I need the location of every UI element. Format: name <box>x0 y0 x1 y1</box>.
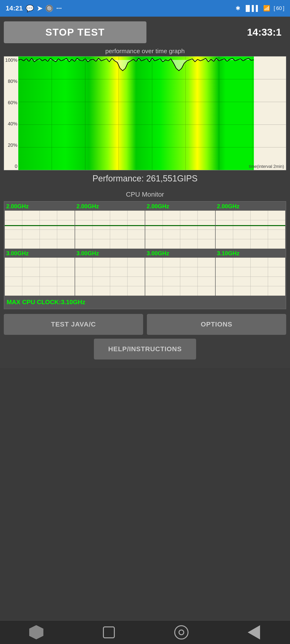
cpu-monitor-title: CPU Monitor <box>4 191 286 198</box>
signal-icon: ▐▌▌▌ <box>244 5 260 12</box>
navigation-icon: ➤ <box>37 4 42 12</box>
cpu-core-6-graph <box>145 258 215 296</box>
cpu-core-3-active-line <box>216 225 285 226</box>
cpu-row-2: 3.00GHz 3.00GHz <box>5 249 285 296</box>
y-label-60: 60% <box>5 100 17 106</box>
max-cpu-text: MAX CPU CLOCK:3.10GHz <box>5 296 285 308</box>
cpu-core-2-label: 2.00GHz <box>145 202 215 211</box>
graph-area: time(interval 2min) <box>18 56 286 170</box>
performance-noise-line <box>18 56 254 85</box>
cpu-core-0: 2.00GHz <box>5 202 75 248</box>
cpu-core-1-active-line <box>75 225 145 226</box>
nav-home-button[interactable] <box>27 623 46 642</box>
nav-recents-button[interactable] <box>99 623 118 642</box>
cpu-core-3: 2.00GHz <box>216 202 285 248</box>
performance-graph-container: performance over time graph 100% 80% 60%… <box>4 48 286 170</box>
cpu-monitor-section: CPU Monitor 2.00GHz <box>4 191 286 309</box>
more-icon: ··· <box>56 4 62 12</box>
cpu-core-3-graph <box>216 211 285 248</box>
home-hexagon-icon <box>29 625 44 640</box>
cpu-core-5-graph <box>75 258 145 296</box>
cpu-core-5-label: 3.00GHz <box>75 249 145 258</box>
graph-y-axis: 100% 80% 60% 40% 20% 0 <box>4 56 18 170</box>
main-content: STOP TEST 14:33:1 performance over time … <box>0 16 290 368</box>
y-label-100: 100% <box>5 58 17 63</box>
graph-title: performance over time graph <box>4 48 286 55</box>
graph-wrapper: 100% 80% 60% 40% 20% 0 <box>4 56 286 170</box>
performance-text: Performance: 261,551GIPS <box>4 174 286 184</box>
cpu-core-4-label: 3.00GHz <box>5 249 75 258</box>
recents-square-icon <box>103 626 115 638</box>
cpu-core-1-graph <box>75 211 145 248</box>
nav-back-button[interactable] <box>244 623 263 642</box>
cpu-core-0-graph <box>5 211 75 248</box>
cpu-core-4: 3.00GHz <box>5 249 75 296</box>
cpu-core-2: 2.00GHz <box>145 202 215 248</box>
cpu-core-5: 3.00GHz <box>75 249 145 296</box>
home-circle-icon <box>174 625 188 640</box>
status-time: 14:21 <box>6 4 23 12</box>
bluetooth-icon: ✱ <box>235 5 240 12</box>
cpu-core-6: 3.00GHz <box>145 249 215 296</box>
y-label-0: 0 <box>5 164 17 169</box>
message-icon: 💬 <box>26 4 34 12</box>
cpu-core-2-active-line <box>145 225 215 226</box>
wifi-icon: 📶 <box>263 5 270 12</box>
y-label-80: 80% <box>5 78 17 84</box>
vpn-icon: 🔘 <box>45 4 54 12</box>
action-button-row: TEST JAVA/C OPTIONS <box>4 314 286 335</box>
top-row: STOP TEST 14:33:1 <box>4 21 286 43</box>
status-bar: 14:21 💬 ➤ 🔘 ··· ✱ ▐▌▌▌ 📶 [60] <box>0 0 290 16</box>
cpu-core-4-graph <box>5 258 75 296</box>
cpu-core-1: 2.00GHz <box>75 202 145 248</box>
nav-home-circle-button[interactable] <box>172 623 191 642</box>
cpu-core-0-label: 2.00GHz <box>5 202 75 211</box>
options-button[interactable]: OPTIONS <box>147 314 286 335</box>
time-label: time(interval 2min) <box>249 164 284 169</box>
status-left: 14:21 💬 ➤ 🔘 ··· <box>6 4 62 12</box>
back-triangle-icon <box>248 625 260 640</box>
cpu-core-2-graph <box>145 211 215 248</box>
test-java-c-button[interactable]: TEST JAVA/C <box>4 314 143 335</box>
cpu-row-1: 2.00GHz 2.00GHz <box>5 202 285 248</box>
y-label-20: 20% <box>5 142 17 148</box>
cpu-grid-container: 2.00GHz 2.00GHz <box>4 201 286 309</box>
help-instructions-button[interactable]: HELP/INSTRUCTIONS <box>94 338 196 360</box>
stop-test-button[interactable]: STOP TEST <box>4 21 146 43</box>
timer-display: 14:33:1 <box>150 26 286 38</box>
cpu-core-0-active-line <box>5 225 75 226</box>
bottom-nav <box>0 620 290 644</box>
y-label-40: 40% <box>5 121 17 126</box>
cpu-core-1-label: 2.00GHz <box>75 202 145 211</box>
cpu-core-7-label: 3.10GHz <box>216 249 285 258</box>
cpu-core-7-graph <box>216 258 285 296</box>
status-right: ✱ ▐▌▌▌ 📶 [60] <box>235 5 284 12</box>
cpu-core-7: 3.10GHz <box>216 249 285 296</box>
cpu-core-3-label: 2.00GHz <box>216 202 285 211</box>
battery-icon: [60] <box>273 5 284 12</box>
help-button-row: HELP/INSTRUCTIONS <box>4 338 286 360</box>
cpu-core-6-label: 3.00GHz <box>145 249 215 258</box>
